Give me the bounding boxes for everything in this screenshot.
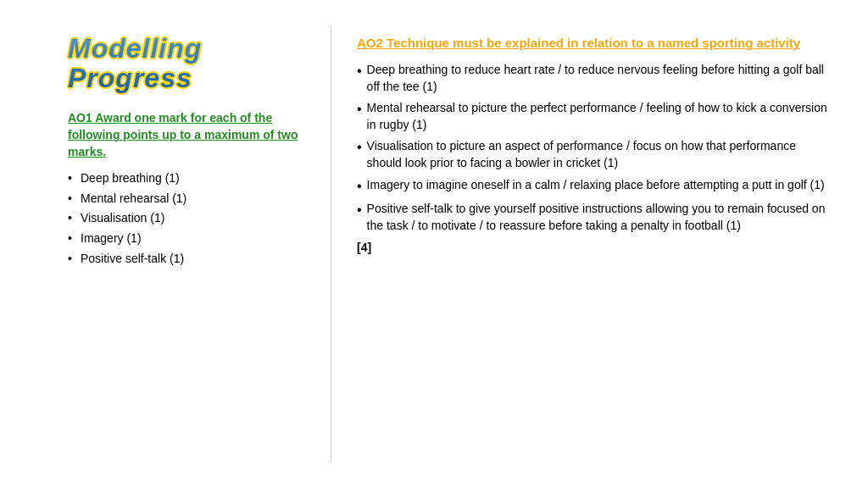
list-item: Positive self-talk (1) bbox=[68, 251, 305, 268]
bullet-text: Positive self-talk to give yourself posi… bbox=[367, 201, 834, 234]
divider bbox=[331, 25, 331, 463]
left-panel: Modelling Progress AO1 Award one mark fo… bbox=[68, 25, 322, 463]
ao1-bullet-list: Deep breathing (1)Mental rehearsal (1)Vi… bbox=[68, 170, 305, 267]
bullet-symbol: • bbox=[357, 201, 362, 219]
list-item: Visualisation (1) bbox=[68, 210, 305, 227]
bullet-text: Visualisation to picture an aspect of pe… bbox=[367, 138, 834, 171]
list-item: •Visualisation to picture an aspect of p… bbox=[357, 138, 834, 171]
bullet-symbol: • bbox=[357, 138, 362, 157]
list-item: •Deep breathing to reduce heart rate / t… bbox=[357, 62, 834, 95]
list-item: •Imagery to imagine oneself in a calm / … bbox=[357, 177, 834, 196]
bullet-symbol: • bbox=[357, 62, 362, 80]
list-item: •Positive self-talk to give yourself pos… bbox=[357, 201, 834, 234]
bullet-symbol: • bbox=[357, 177, 362, 196]
list-item: Mental rehearsal (1) bbox=[68, 191, 305, 208]
ao1-heading: AO1 Award one mark for each of the follo… bbox=[68, 110, 305, 160]
right-panel: AO2 Technique must be explained in relat… bbox=[340, 25, 834, 463]
bullet-text: Imagery to imagine oneself in a calm / r… bbox=[367, 177, 825, 194]
bullet-text: Mental rehearsal to picture the perfect … bbox=[367, 100, 834, 133]
page-title: Modelling Progress bbox=[68, 34, 305, 93]
ao2-content: •Deep breathing to reduce heart rate / t… bbox=[357, 62, 834, 257]
list-item: •Mental rehearsal to picture the perfect… bbox=[357, 100, 834, 133]
bullet-symbol: • bbox=[357, 100, 362, 119]
bullet-text: Deep breathing to reduce heart rate / to… bbox=[367, 62, 834, 95]
title-area: Modelling Progress bbox=[68, 34, 305, 93]
list-item: Imagery (1) bbox=[68, 230, 305, 247]
list-item: Deep breathing (1) bbox=[68, 170, 305, 187]
ao2-heading: AO2 Technique must be explained in relat… bbox=[357, 34, 834, 52]
marks-label: [4] bbox=[357, 239, 834, 257]
page-container: Modelling Progress AO1 Award one mark fo… bbox=[0, 0, 868, 488]
